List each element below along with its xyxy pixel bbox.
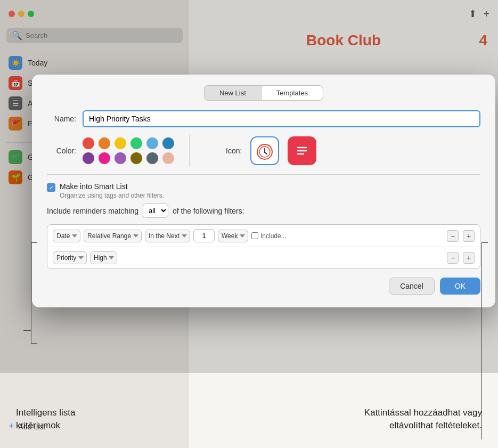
smart-list-row: ✓ Make into Smart List Organize using ta… xyxy=(47,182,480,199)
filter2-col2-select[interactable]: High xyxy=(90,251,117,264)
color-green[interactable] xyxy=(130,137,142,149)
filter1-plus-button[interactable]: + xyxy=(463,230,475,242)
color-label: Color: xyxy=(47,146,76,155)
filter2-plus-button[interactable]: + xyxy=(463,252,475,264)
filter2-col1-select[interactable]: Priority xyxy=(53,251,87,264)
name-row: Name: xyxy=(47,110,480,127)
left-callout-arrow xyxy=(23,330,31,331)
name-input[interactable] xyxy=(83,110,480,127)
color-brown[interactable] xyxy=(130,152,142,164)
name-label: Name: xyxy=(47,115,76,123)
filter1-include-label: Include... xyxy=(260,232,287,240)
filter1-col4-select[interactable]: Week xyxy=(218,230,248,242)
filter2-minus-button[interactable]: − xyxy=(447,252,459,264)
modal-dialog: New List Templates Name: Color: xyxy=(32,75,495,307)
filter1-minus-button[interactable]: − xyxy=(447,230,459,242)
of-text: of the following filters: xyxy=(173,207,244,215)
icon-label: Icon: xyxy=(226,146,242,155)
icon-alarm-option[interactable] xyxy=(250,136,279,165)
left-callout-line xyxy=(31,242,31,344)
left-callout-bottom xyxy=(31,343,37,344)
color-peach[interactable] xyxy=(162,152,174,164)
color-blue[interactable] xyxy=(162,137,174,149)
icon-list-option[interactable] xyxy=(288,136,316,165)
filter-row-2: Priority High − + xyxy=(47,247,480,268)
filter1-col1-select[interactable]: Date xyxy=(53,230,80,242)
color-lightblue[interactable] xyxy=(146,137,158,149)
filter1-include-area: Include... xyxy=(251,232,287,240)
color-gray[interactable] xyxy=(146,152,158,164)
color-pink[interactable] xyxy=(99,152,110,164)
smart-list-checkbox[interactable]: ✓ xyxy=(47,183,55,192)
filter1-col3-select[interactable]: In the Next xyxy=(145,230,190,242)
annotation-right-line1: Kattintással hozzáadhat vagy xyxy=(364,406,482,419)
color-orange[interactable] xyxy=(99,137,110,149)
right-callout-line xyxy=(481,242,482,439)
checkmark-icon: ✓ xyxy=(49,184,54,191)
color-icon-row: Color: Icon: xyxy=(47,135,480,167)
bottom-buttons: Cancel OK xyxy=(47,278,480,295)
icon-section: Icon: xyxy=(226,136,316,165)
color-purple[interactable] xyxy=(83,152,94,164)
color-row-2 xyxy=(83,152,174,164)
color-yellow[interactable] xyxy=(115,137,126,149)
filters-container: Date Relative Range In the Next Week Inc… xyxy=(47,224,480,269)
smart-list-text-area: Make into Smart List Organize using tags… xyxy=(60,182,164,199)
color-red[interactable] xyxy=(83,137,94,149)
color-swatches xyxy=(83,137,174,164)
annotation-left: Intelligens lista kritériumok xyxy=(16,406,76,432)
annotation-right-line2: eltávolíthat feltételeket. xyxy=(364,419,482,432)
include-value-select[interactable]: all xyxy=(143,203,168,218)
right-callout-top xyxy=(481,242,488,243)
annotation-left-line2: kritériumok xyxy=(16,419,76,432)
new-list-tab[interactable]: New List xyxy=(204,85,261,101)
templates-tab[interactable]: Templates xyxy=(261,85,323,101)
filter1-include-checkbox[interactable] xyxy=(251,232,258,239)
vertical-divider xyxy=(189,135,190,167)
left-callout-top xyxy=(31,242,37,243)
include-row: Include reminders matching all of the fo… xyxy=(47,203,480,218)
annotation-left-line1: Intelligens lista xyxy=(16,406,76,419)
ok-button[interactable]: OK xyxy=(440,278,480,295)
cancel-button[interactable]: Cancel xyxy=(389,278,435,295)
include-text: Include reminders matching xyxy=(47,207,138,215)
divider-1 xyxy=(47,174,480,175)
filter1-col2-select[interactable]: Relative Range xyxy=(84,230,142,242)
smart-list-sublabel: Organize using tags and other filters. xyxy=(60,192,164,199)
filter-row-1: Date Relative Range In the Next Week Inc… xyxy=(47,225,480,247)
segmented-control: New List Templates xyxy=(47,85,480,101)
annotation-right: Kattintással hozzáadhat vagy eltávolítha… xyxy=(364,406,482,432)
color-row-1 xyxy=(83,137,174,149)
smart-list-label: Make into Smart List xyxy=(60,182,164,191)
filter1-number-input[interactable] xyxy=(193,229,215,242)
color-lavender[interactable] xyxy=(115,152,126,164)
